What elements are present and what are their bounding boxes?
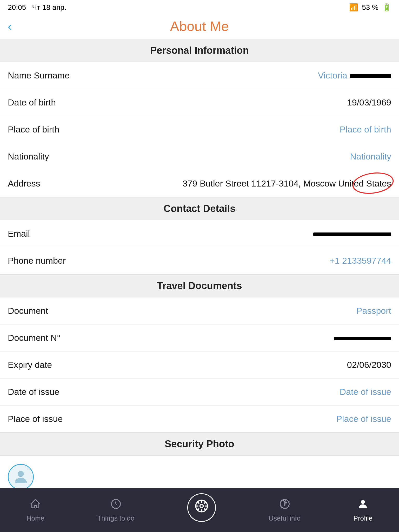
row-expiry[interactable]: Expiry date 02/06/2030 xyxy=(0,351,399,378)
value-date-of-issue: Date of issue xyxy=(340,387,391,397)
home-icon xyxy=(29,498,41,512)
redacted-email xyxy=(313,232,391,236)
redacted-name xyxy=(350,74,391,78)
row-email[interactable]: Email xyxy=(0,220,399,247)
things-to-do-icon xyxy=(110,498,122,512)
row-name-surname[interactable]: Name Surname Victoria xyxy=(0,62,399,89)
tab-profile-label: Profile xyxy=(354,514,373,522)
profile-icon xyxy=(357,498,369,512)
status-time: 20:05 xyxy=(8,3,26,11)
label-place-of-birth: Place of birth xyxy=(8,124,59,135)
tab-profile[interactable]: Profile xyxy=(348,495,378,525)
value-document: Passport xyxy=(356,306,391,316)
status-indicators: 📶 53 % 🔋 xyxy=(349,3,391,12)
label-nationality: Nationality xyxy=(8,151,49,162)
row-dob[interactable]: Date of birth 19/03/1969 xyxy=(0,89,399,116)
page-content: Personal Information Name Surname Victor… xyxy=(0,39,399,532)
section-security-photo-header: Security Photo xyxy=(0,433,399,456)
tab-center-circle[interactable] xyxy=(187,493,216,522)
svg-line-8 xyxy=(197,502,199,504)
section-personal-header: Personal Information xyxy=(0,39,399,62)
label-address: Address xyxy=(8,178,40,189)
svg-line-14 xyxy=(283,500,285,502)
section-contact-title: Contact Details xyxy=(164,203,236,214)
tab-useful-info[interactable]: Useful info xyxy=(263,495,306,525)
label-dob: Date of birth xyxy=(8,97,56,108)
value-place-of-issue: Place of issue xyxy=(336,414,391,424)
person-icon xyxy=(12,468,30,486)
value-expiry: 02/06/2030 xyxy=(347,360,391,370)
row-phone[interactable]: Phone number +1 2133597744 xyxy=(0,247,399,274)
svg-point-0 xyxy=(18,471,24,477)
battery-percentage: 53 % xyxy=(362,3,378,12)
row-date-of-issue[interactable]: Date of issue Date of issue xyxy=(0,378,399,405)
page-header: ‹ About Me xyxy=(0,14,399,39)
row-document-number[interactable]: Document N° xyxy=(0,324,399,351)
tab-bar: Home Things to do xyxy=(0,488,399,532)
label-expiry: Expiry date xyxy=(8,360,52,370)
label-date-of-issue: Date of issue xyxy=(8,387,59,397)
value-nationality: Nationality xyxy=(350,151,391,162)
svg-line-10 xyxy=(204,502,206,504)
tab-things-to-do[interactable]: Things to do xyxy=(92,495,139,525)
section-personal-title: Personal Information xyxy=(150,45,249,56)
value-address: 379 Butler Street 11217-3104, Moscow Uni… xyxy=(183,178,391,189)
section-security-photo-title: Security Photo xyxy=(165,438,234,449)
tab-home[interactable]: Home xyxy=(21,495,50,525)
value-name-surname: Victoria xyxy=(318,70,391,81)
svg-line-9 xyxy=(204,508,206,510)
section-travel-title: Travel Documents xyxy=(157,280,242,291)
label-document-number: Document N° xyxy=(8,333,61,343)
back-button[interactable]: ‹ xyxy=(8,19,12,33)
status-date: Чт 18 апр. xyxy=(32,3,66,11)
wifi-icon: 📶 xyxy=(349,3,358,12)
status-time-date: 20:05 Чт 18 апр. xyxy=(8,3,66,12)
useful-info-icon xyxy=(279,498,291,512)
tab-home-label: Home xyxy=(26,514,44,522)
helm-icon xyxy=(194,498,209,517)
battery-icon: 🔋 xyxy=(382,3,391,12)
address-circle-annotation xyxy=(351,170,395,196)
label-phone: Phone number xyxy=(8,256,66,266)
row-place-of-issue[interactable]: Place of issue Place of issue xyxy=(0,405,399,433)
row-nationality[interactable]: Nationality Nationality xyxy=(0,143,399,170)
value-phone: +1 2133597744 xyxy=(330,256,391,266)
value-email xyxy=(313,229,391,239)
section-contact-header: Contact Details xyxy=(0,197,399,220)
tab-useful-info-label: Useful info xyxy=(269,514,301,522)
tab-center[interactable] xyxy=(182,496,221,524)
security-photo-circle[interactable] xyxy=(8,464,34,490)
svg-point-3 xyxy=(200,504,203,508)
status-bar: 20:05 Чт 18 апр. 📶 53 % 🔋 xyxy=(0,0,399,14)
redacted-doc-number xyxy=(334,337,391,340)
row-place-of-birth[interactable]: Place of birth Place of birth xyxy=(0,116,399,143)
label-name-surname: Name Surname xyxy=(8,70,70,81)
row-address[interactable]: Address 379 Butler Street 11217-3104, Mo… xyxy=(0,170,399,197)
value-dob: 19/03/1969 xyxy=(347,97,391,108)
page-title: About Me xyxy=(170,18,229,34)
row-document[interactable]: Document Passport xyxy=(0,297,399,324)
label-document: Document xyxy=(8,306,48,316)
svg-line-11 xyxy=(197,508,199,510)
value-document-number xyxy=(334,333,391,343)
section-travel-header: Travel Documents xyxy=(0,274,399,297)
value-place-of-birth: Place of birth xyxy=(340,124,391,135)
svg-point-18 xyxy=(361,500,365,504)
tab-things-to-do-label: Things to do xyxy=(97,514,134,522)
label-email: Email xyxy=(8,229,30,239)
label-place-of-issue: Place of issue xyxy=(8,414,63,424)
